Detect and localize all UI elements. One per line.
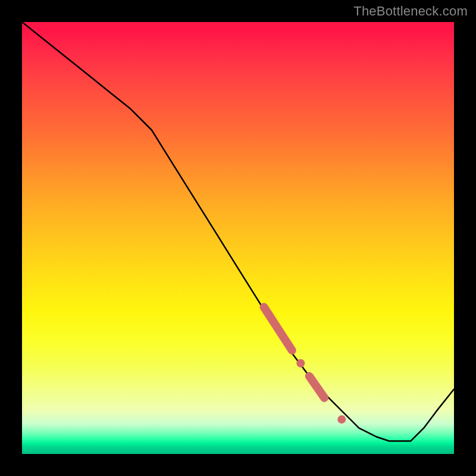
dot-b	[296, 359, 305, 368]
plot-area	[22, 22, 454, 454]
curve-line	[22, 22, 454, 441]
chart-svg	[22, 22, 454, 454]
segment-c	[309, 376, 324, 397]
dot-d	[337, 415, 346, 424]
segment-a	[264, 307, 292, 350]
watermark-text: TheBottleneck.com	[353, 4, 468, 19]
chart-frame: TheBottleneck.com	[0, 0, 476, 476]
